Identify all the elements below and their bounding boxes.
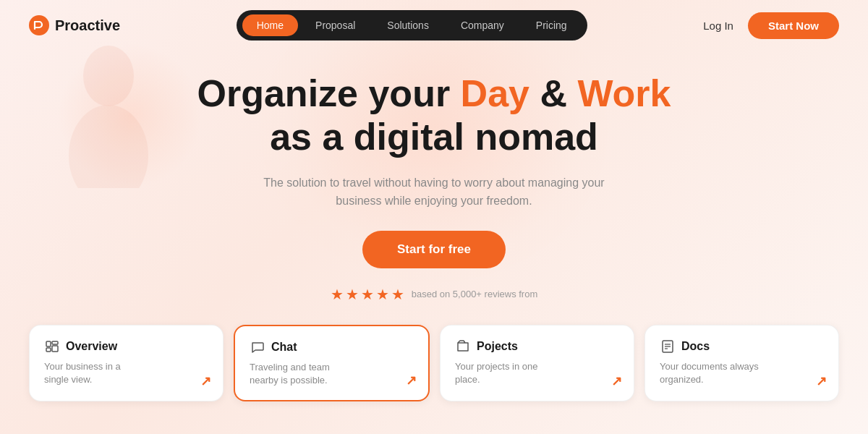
docs-icon — [660, 339, 676, 354]
reviews-text: based on 5,000+ reviews from — [412, 289, 538, 299]
navbar: Proactive Home Proposal Solutions Compan… — [0, 0, 868, 51]
nav-item-proposal[interactable]: Proposal — [301, 14, 370, 36]
card-projects-arrow: ↗ — [611, 373, 622, 389]
star-1: ★ — [331, 286, 344, 303]
nav-item-pricing[interactable]: Pricing — [522, 14, 582, 36]
card-chat-arrow: ↗ — [406, 373, 417, 388]
hero-highlight-work: Work — [577, 72, 671, 114]
logo-icon — [29, 15, 49, 35]
hero-title-line2: as a digital nomad — [270, 116, 598, 158]
card-docs-desc: Your documents always organized. — [660, 360, 761, 386]
reviews-row: ★ ★ ★ ★ ★ based on 5,000+ reviews from — [14, 286, 854, 303]
star-rating: ★ ★ ★ ★ ★ — [331, 286, 404, 303]
projects-icon — [455, 339, 471, 354]
start-now-button[interactable]: Start Now — [748, 12, 839, 39]
star-3: ★ — [361, 286, 374, 303]
start-free-button[interactable]: Start for free — [362, 231, 506, 268]
card-overview[interactable]: Overview Your business in a single view.… — [29, 325, 224, 401]
card-overview-title: Overview — [66, 340, 117, 353]
overview-icon — [44, 339, 60, 354]
star-2: ★ — [346, 286, 359, 303]
card-chat[interactable]: Chat Traveling and team nearby is possib… — [234, 325, 430, 401]
hero-title-part1: Organize your — [197, 72, 461, 114]
card-projects-desc: Your projects in one place. — [455, 360, 556, 386]
chat-icon — [250, 339, 265, 355]
logo-text: Proactive — [55, 17, 120, 34]
card-overview-header: Overview — [44, 339, 208, 354]
nav-item-company[interactable]: Company — [446, 14, 519, 36]
nav-menu: Home Proposal Solutions Company Pricing — [237, 10, 587, 41]
hero-title: Organize your Day & Work as a digital no… — [14, 72, 854, 159]
hero-highlight-day: Day — [461, 72, 529, 114]
card-projects-header: Pojects — [455, 339, 619, 354]
hero-section: Organize your Day & Work as a digital no… — [0, 51, 868, 303]
nav-item-home[interactable]: Home — [242, 14, 298, 36]
login-button[interactable]: Log In — [703, 20, 733, 32]
card-chat-header: Chat — [250, 339, 414, 355]
hero-title-part2: & — [529, 72, 577, 114]
card-chat-desc: Traveling and team nearby is possible. — [250, 361, 351, 387]
svg-rect-3 — [46, 348, 51, 352]
card-overview-desc: Your business in a single view. — [44, 360, 145, 386]
card-overview-arrow: ↗ — [200, 373, 211, 389]
svg-rect-5 — [52, 346, 58, 352]
card-docs[interactable]: Docs Your documents always organized. ↗ — [644, 325, 839, 401]
card-projects-title: Pojects — [477, 340, 518, 353]
svg-rect-4 — [52, 341, 58, 344]
star-4: ★ — [376, 286, 389, 303]
card-chat-title: Chat — [271, 341, 297, 354]
logo[interactable]: Proactive — [29, 15, 120, 35]
cards-section: Overview Your business in a single view.… — [0, 310, 868, 401]
svg-rect-2 — [46, 341, 51, 346]
hero-subtitle: The solution to travel without having to… — [260, 174, 608, 210]
card-projects[interactable]: Pojects Your projects in one place. ↗ — [440, 325, 634, 401]
nav-item-solutions[interactable]: Solutions — [373, 14, 443, 36]
card-docs-title: Docs — [681, 340, 710, 353]
card-docs-header: Docs — [660, 339, 824, 354]
star-5: ★ — [391, 286, 404, 303]
card-docs-arrow: ↗ — [816, 373, 827, 389]
nav-right: Log In Start Now — [703, 12, 839, 39]
